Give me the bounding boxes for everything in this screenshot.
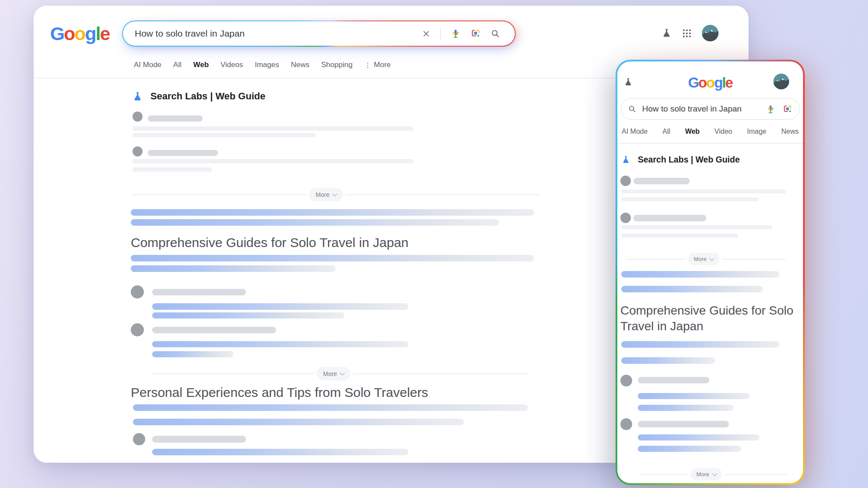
chevron-down-icon <box>709 256 714 261</box>
chevron-down-icon <box>340 370 344 375</box>
skeleton-result-line <box>638 405 733 411</box>
skeleton-result-line <box>131 219 499 226</box>
more-results-row: More <box>133 188 540 202</box>
skeleton-favicon <box>620 176 631 186</box>
skeleton-result-line <box>621 341 779 348</box>
skeleton-result-line <box>131 265 336 272</box>
skeleton-favicon <box>131 323 144 336</box>
skeleton-result-line <box>152 341 408 347</box>
skeleton-source-label <box>633 215 706 221</box>
more-results-row: More <box>152 367 528 381</box>
skeleton-source-label <box>152 327 276 333</box>
skeleton-source-label <box>638 377 709 383</box>
skeleton-result-line <box>152 312 344 319</box>
skeleton-source-label <box>633 178 690 184</box>
skeleton-text-line <box>133 133 316 137</box>
skeleton-favicon <box>133 146 143 156</box>
skeleton-favicon <box>133 433 145 445</box>
more-button[interactable]: More <box>688 253 719 265</box>
skeleton-result-line <box>152 449 408 455</box>
skeleton-result-line <box>621 286 763 292</box>
skeleton-text-line <box>133 167 212 172</box>
skeleton-source-label <box>152 289 246 295</box>
more-button-label: More <box>316 191 330 198</box>
more-results-row: More <box>639 468 787 482</box>
skeleton-result-line <box>638 446 741 452</box>
skeleton-text-line <box>621 197 759 201</box>
skeleton-result-line <box>133 404 528 411</box>
skeleton-text-line <box>133 159 413 163</box>
skeleton-result-line <box>638 393 750 399</box>
skeleton-favicon <box>620 375 632 386</box>
skeleton-source-label <box>148 115 203 122</box>
skeleton-result-line <box>638 434 759 441</box>
more-button-label: More <box>694 256 707 262</box>
skeleton-favicon <box>620 418 632 430</box>
skeleton-result-line <box>131 209 534 216</box>
skeleton-text-line <box>621 234 738 237</box>
mobile-skeleton-results: MoreMore <box>617 61 803 483</box>
skeleton-result-line <box>152 351 233 357</box>
more-button[interactable]: More <box>691 468 722 481</box>
chevron-down-icon <box>332 191 337 196</box>
mobile-search-window: Google How to solo travel in Japan AI Mo… <box>616 60 805 485</box>
more-button[interactable]: More <box>317 367 351 380</box>
more-button-label: More <box>696 471 709 478</box>
more-button-label: More <box>323 370 337 377</box>
skeleton-source-label <box>148 150 218 156</box>
skeleton-result-line <box>621 271 779 278</box>
skeleton-favicon <box>620 213 631 223</box>
more-button[interactable]: More <box>309 188 343 201</box>
skeleton-result-line <box>621 357 715 364</box>
more-results-row: More <box>626 253 786 267</box>
skeleton-result-line <box>131 255 534 261</box>
skeleton-result-line <box>152 303 408 310</box>
skeleton-result-line <box>133 419 464 425</box>
skeleton-text-line <box>133 126 413 131</box>
skeleton-source-label <box>638 421 729 427</box>
skeleton-favicon <box>131 285 144 298</box>
chevron-down-icon <box>712 471 717 476</box>
skeleton-source-label <box>152 436 246 443</box>
skeleton-text-line <box>621 225 773 229</box>
skeleton-favicon <box>133 112 143 122</box>
skeleton-text-line <box>621 190 786 193</box>
page-background: Google How to solo travel in Japan <box>0 0 868 488</box>
